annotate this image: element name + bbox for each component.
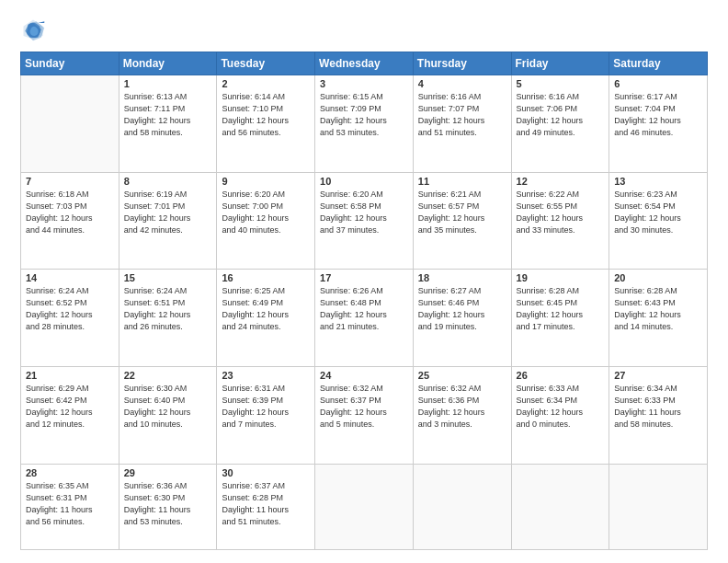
- day-detail: Sunrise: 6:20 AMSunset: 6:58 PMDaylight:…: [320, 189, 408, 236]
- day-detail: Sunrise: 6:35 AMSunset: 6:31 PMDaylight:…: [26, 480, 114, 528]
- weekday-header-sunday: Sunday: [21, 52, 119, 75]
- calendar-cell: 17Sunrise: 6:26 AMSunset: 6:48 PMDayligh…: [315, 270, 414, 367]
- day-detail: Sunrise: 6:30 AMSunset: 6:40 PMDaylight:…: [124, 383, 212, 431]
- day-detail: Sunrise: 6:24 AMSunset: 6:52 PMDaylight:…: [26, 285, 114, 333]
- day-number: 9: [222, 176, 310, 187]
- day-detail: Sunrise: 6:28 AMSunset: 6:43 PMDaylight:…: [614, 285, 702, 333]
- day-detail: Sunrise: 6:16 AMSunset: 7:06 PMDaylight:…: [517, 91, 605, 139]
- calendar-cell: 28Sunrise: 6:35 AMSunset: 6:31 PMDayligh…: [21, 464, 119, 549]
- calendar-cell: [413, 464, 511, 549]
- day-number: 22: [124, 370, 212, 381]
- calendar-cell: [511, 464, 609, 549]
- day-detail: Sunrise: 6:36 AMSunset: 6:30 PMDaylight:…: [124, 480, 212, 528]
- day-number: 12: [517, 176, 605, 187]
- day-detail: Sunrise: 6:20 AMSunset: 7:00 PMDaylight:…: [222, 189, 310, 236]
- weekday-header-wednesday: Wednesday: [315, 52, 414, 75]
- calendar-cell: 16Sunrise: 6:25 AMSunset: 6:49 PMDayligh…: [217, 270, 315, 367]
- calendar-cell: 9Sunrise: 6:20 AMSunset: 7:00 PMDaylight…: [217, 172, 315, 270]
- day-number: 23: [222, 370, 310, 381]
- calendar-cell: 14Sunrise: 6:24 AMSunset: 6:52 PMDayligh…: [21, 270, 119, 367]
- day-detail: Sunrise: 6:37 AMSunset: 6:28 PMDaylight:…: [222, 480, 310, 528]
- day-number: 7: [26, 176, 114, 187]
- calendar-cell: 18Sunrise: 6:27 AMSunset: 6:46 PMDayligh…: [413, 270, 511, 367]
- calendar-cell: 24Sunrise: 6:32 AMSunset: 6:37 PMDayligh…: [315, 367, 414, 465]
- calendar-cell: 23Sunrise: 6:31 AMSunset: 6:39 PMDayligh…: [217, 367, 315, 465]
- day-detail: Sunrise: 6:31 AMSunset: 6:39 PMDaylight:…: [222, 383, 310, 431]
- weekday-header-thursday: Thursday: [413, 52, 511, 75]
- calendar-cell: 10Sunrise: 6:20 AMSunset: 6:58 PMDayligh…: [315, 172, 414, 270]
- day-number: 18: [418, 272, 506, 283]
- calendar-cell: [609, 464, 708, 549]
- weekday-header-friday: Friday: [511, 52, 609, 75]
- calendar-cell: 25Sunrise: 6:32 AMSunset: 6:36 PMDayligh…: [413, 367, 511, 465]
- calendar-cell: 30Sunrise: 6:37 AMSunset: 6:28 PMDayligh…: [217, 464, 315, 549]
- day-number: 13: [614, 176, 702, 187]
- calendar-cell: [315, 464, 414, 549]
- day-number: 2: [222, 78, 310, 89]
- day-number: 10: [320, 176, 408, 187]
- day-number: 3: [320, 78, 408, 89]
- calendar-cell: 27Sunrise: 6:34 AMSunset: 6:33 PMDayligh…: [609, 367, 708, 465]
- day-number: 24: [320, 370, 408, 381]
- header: [20, 17, 708, 42]
- week-row-2: 14Sunrise: 6:24 AMSunset: 6:52 PMDayligh…: [21, 270, 708, 367]
- day-detail: Sunrise: 6:14 AMSunset: 7:10 PMDaylight:…: [222, 91, 310, 139]
- calendar-cell: 6Sunrise: 6:17 AMSunset: 7:04 PMDaylight…: [609, 75, 708, 173]
- calendar-cell: 29Sunrise: 6:36 AMSunset: 6:30 PMDayligh…: [119, 464, 217, 549]
- day-number: 29: [124, 467, 212, 478]
- day-detail: Sunrise: 6:16 AMSunset: 7:07 PMDaylight:…: [418, 91, 506, 139]
- logo: [20, 17, 50, 42]
- calendar-cell: 11Sunrise: 6:21 AMSunset: 6:57 PMDayligh…: [413, 172, 511, 270]
- day-number: 17: [320, 272, 408, 283]
- day-detail: Sunrise: 6:33 AMSunset: 6:34 PMDaylight:…: [517, 383, 605, 431]
- day-detail: Sunrise: 6:13 AMSunset: 7:11 PMDaylight:…: [124, 91, 212, 139]
- day-detail: Sunrise: 6:17 AMSunset: 7:04 PMDaylight:…: [614, 91, 702, 139]
- day-number: 4: [418, 78, 506, 89]
- calendar-cell: 8Sunrise: 6:19 AMSunset: 7:01 PMDaylight…: [119, 172, 217, 270]
- day-number: 20: [614, 272, 702, 283]
- day-number: 16: [222, 272, 310, 283]
- calendar-cell: 15Sunrise: 6:24 AMSunset: 6:51 PMDayligh…: [119, 270, 217, 367]
- calendar-cell: 22Sunrise: 6:30 AMSunset: 6:40 PMDayligh…: [119, 367, 217, 465]
- calendar-cell: 19Sunrise: 6:28 AMSunset: 6:45 PMDayligh…: [511, 270, 609, 367]
- day-detail: Sunrise: 6:19 AMSunset: 7:01 PMDaylight:…: [124, 189, 212, 236]
- day-detail: Sunrise: 6:23 AMSunset: 6:54 PMDaylight:…: [614, 189, 702, 236]
- calendar-cell: 26Sunrise: 6:33 AMSunset: 6:34 PMDayligh…: [511, 367, 609, 465]
- day-number: 8: [124, 176, 212, 187]
- day-detail: Sunrise: 6:24 AMSunset: 6:51 PMDaylight:…: [124, 285, 212, 333]
- day-detail: Sunrise: 6:32 AMSunset: 6:37 PMDaylight:…: [320, 383, 408, 431]
- day-number: 19: [517, 272, 605, 283]
- weekday-header-tuesday: Tuesday: [217, 52, 315, 75]
- day-number: 14: [26, 272, 114, 283]
- calendar-cell: 1Sunrise: 6:13 AMSunset: 7:11 PMDaylight…: [119, 75, 217, 173]
- day-detail: Sunrise: 6:18 AMSunset: 7:03 PMDaylight:…: [26, 189, 114, 236]
- weekday-header-row: SundayMondayTuesdayWednesdayThursdayFrid…: [21, 52, 708, 75]
- day-number: 1: [124, 78, 212, 89]
- day-detail: Sunrise: 6:34 AMSunset: 6:33 PMDaylight:…: [614, 383, 702, 431]
- calendar-cell: 5Sunrise: 6:16 AMSunset: 7:06 PMDaylight…: [511, 75, 609, 173]
- day-detail: Sunrise: 6:15 AMSunset: 7:09 PMDaylight:…: [320, 91, 408, 139]
- day-number: 25: [418, 370, 506, 381]
- week-row-4: 28Sunrise: 6:35 AMSunset: 6:31 PMDayligh…: [21, 464, 708, 549]
- day-number: 15: [124, 272, 212, 283]
- day-number: 21: [26, 370, 114, 381]
- page: SundayMondayTuesdayWednesdayThursdayFrid…: [0, 0, 728, 563]
- day-detail: Sunrise: 6:22 AMSunset: 6:55 PMDaylight:…: [517, 189, 605, 236]
- day-detail: Sunrise: 6:21 AMSunset: 6:57 PMDaylight:…: [418, 189, 506, 236]
- calendar-cell: 2Sunrise: 6:14 AMSunset: 7:10 PMDaylight…: [217, 75, 315, 173]
- week-row-3: 21Sunrise: 6:29 AMSunset: 6:42 PMDayligh…: [21, 367, 708, 465]
- weekday-header-monday: Monday: [119, 52, 217, 75]
- calendar-cell: 3Sunrise: 6:15 AMSunset: 7:09 PMDaylight…: [315, 75, 414, 173]
- logo-icon: [20, 17, 46, 42]
- calendar-cell: 20Sunrise: 6:28 AMSunset: 6:43 PMDayligh…: [609, 270, 708, 367]
- day-number: 6: [614, 78, 702, 89]
- day-number: 11: [418, 176, 506, 187]
- calendar-cell: 7Sunrise: 6:18 AMSunset: 7:03 PMDaylight…: [21, 172, 119, 270]
- day-number: 27: [614, 370, 702, 381]
- calendar-cell: 12Sunrise: 6:22 AMSunset: 6:55 PMDayligh…: [511, 172, 609, 270]
- day-number: 28: [26, 467, 114, 478]
- day-detail: Sunrise: 6:27 AMSunset: 6:46 PMDaylight:…: [418, 285, 506, 333]
- calendar-cell: 4Sunrise: 6:16 AMSunset: 7:07 PMDaylight…: [413, 75, 511, 173]
- day-number: 5: [517, 78, 605, 89]
- calendar-table: SundayMondayTuesdayWednesdayThursdayFrid…: [20, 52, 708, 550]
